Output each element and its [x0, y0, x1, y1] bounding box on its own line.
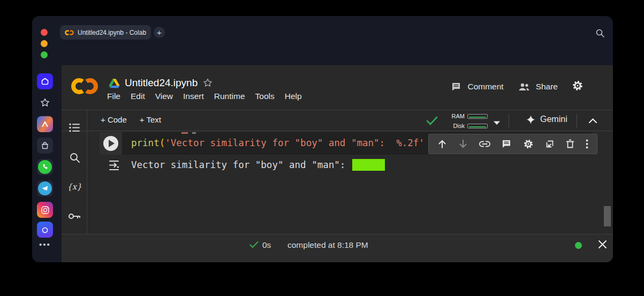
share-button[interactable]: Share [518, 82, 558, 92]
code-line: print('Vector similarity for "boy" and "… [131, 138, 425, 148]
resources-dropdown-icon[interactable] [493, 118, 501, 127]
share-people-icon [518, 82, 531, 92]
status-check-icon [249, 240, 259, 251]
tab-title: Untitled24.ipynb - Colab [78, 29, 146, 36]
play-icon [109, 140, 115, 147]
browser-tab[interactable]: Untitled24.ipynb - Colab [60, 25, 151, 40]
output-value-highlight[interactable] [352, 159, 385, 171]
output-text: Vector similarity for "boy" and "man": [131, 160, 351, 170]
menu-file[interactable]: File [107, 92, 120, 101]
app-icon-gradient[interactable] [37, 116, 53, 132]
gemini-sparkle-icon [526, 115, 535, 124]
table-of-contents-icon[interactable] [68, 121, 81, 134]
execution-duration: 0s [262, 240, 271, 250]
secrets-key-icon[interactable] [68, 210, 81, 223]
app-icon-blue-gradient[interactable] [37, 222, 53, 238]
cell-settings-gear-icon[interactable] [523, 139, 534, 149]
mirror-cell-in-tab-icon[interactable] [545, 139, 555, 149]
variables-icon[interactable]: {x} [68, 180, 81, 193]
execution-status-bar: 0s completed at 8:18 PM [62, 234, 613, 262]
move-cell-up-icon[interactable] [437, 139, 447, 149]
execution-message: completed at 8:18 PM [287, 240, 368, 250]
app-store-bag-icon[interactable] [37, 138, 53, 154]
menu-insert[interactable]: Insert [183, 92, 204, 101]
disk-label: Disk [453, 123, 465, 129]
ram-meter [467, 114, 488, 119]
copy-link-to-cell-icon[interactable] [479, 141, 490, 147]
screen: ••• Untitled24.ipynb - Colab + [0, 0, 644, 296]
home-icon[interactable] [37, 73, 53, 89]
menu-tools[interactable]: Tools [255, 92, 275, 101]
add-code-button[interactable]: + Code [101, 115, 127, 124]
clipped-line-fragment [192, 132, 196, 134]
navigation-bar: colab.research.google.com/drive/1UFGA74E… [32, 43, 613, 64]
scrollbar-thumb[interactable] [604, 206, 611, 226]
resource-monitor[interactable]: RAM Disk [443, 111, 488, 131]
runtime-connected-check-icon [426, 115, 438, 128]
menu-help[interactable]: Help [285, 92, 302, 101]
star-notebook-icon[interactable] [202, 78, 213, 88]
menu-bar: File Edit View Insert Runtime Tools Help [107, 92, 302, 101]
run-cell-button[interactable] [103, 136, 118, 151]
cell-output-icon[interactable] [107, 158, 121, 174]
status-green-dot [575, 242, 582, 249]
toolbar-divider [577, 114, 577, 128]
notebook-title[interactable]: Untitled24.ipynb [125, 77, 198, 89]
colab-page: Untitled24.ipynb File Edit View Insert R… [62, 65, 613, 262]
settings-gear-icon[interactable] [572, 80, 584, 94]
drive-icon [109, 78, 120, 88]
comment-icon [451, 82, 462, 92]
add-comment-icon[interactable] [502, 139, 512, 149]
telegram-icon[interactable] [37, 180, 53, 196]
comment-button[interactable]: Comment [451, 82, 503, 92]
menu-runtime[interactable]: Runtime [214, 92, 245, 101]
instagram-icon[interactable] [37, 202, 53, 218]
add-text-button[interactable]: + Text [140, 115, 161, 124]
close-status-icon[interactable] [597, 239, 608, 252]
colab-sidebar: {x} [62, 110, 87, 234]
ram-label: RAM [452, 113, 465, 119]
menu-edit[interactable]: Edit [131, 92, 145, 101]
cell-gutter [100, 132, 122, 155]
browser-window: ••• Untitled24.ipynb - Colab + [32, 16, 613, 262]
collapse-sections-icon[interactable] [588, 116, 597, 126]
cell-more-options-icon[interactable] [586, 139, 588, 149]
move-cell-down-icon[interactable] [458, 139, 468, 149]
delete-cell-trash-icon[interactable] [566, 139, 574, 149]
new-tab-button[interactable]: + [154, 27, 165, 38]
dock-more-icon[interactable]: ••• [37, 240, 53, 249]
colab-favicon [65, 29, 74, 36]
favorites-star-icon[interactable] [37, 95, 53, 111]
clipped-line-fragment [181, 132, 188, 134]
whatsapp-icon[interactable] [37, 159, 53, 175]
toolbar-divider [509, 114, 509, 128]
colab-logo-icon [71, 74, 98, 98]
cell-toolbar [428, 134, 597, 154]
disk-meter [467, 124, 488, 128]
menu-view[interactable]: View [155, 92, 173, 101]
gemini-button[interactable]: Gemini [526, 115, 567, 124]
search-icon[interactable] [68, 151, 81, 164]
browser-search-icon[interactable] [595, 28, 605, 40]
colab-header: Untitled24.ipynb File Edit View Insert R… [62, 65, 613, 110]
notebook-toolbar: + Code + Text RAM Disk Gemini [62, 110, 613, 131]
